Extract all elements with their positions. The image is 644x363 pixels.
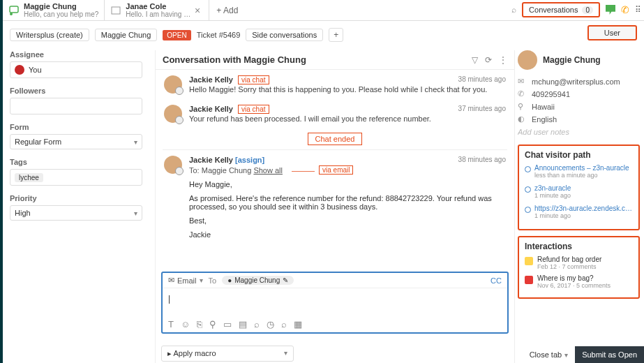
add-tab-button[interactable]: + Add — [209, 3, 245, 18]
conversations-button[interactable]: Conversations 0 — [522, 2, 600, 17]
more-icon[interactable]: ⋮ — [499, 55, 507, 65]
user-notes-input[interactable]: Add user notes — [518, 128, 640, 136]
copy-icon[interactable]: ▭ — [223, 319, 232, 329]
followers-field[interactable] — [10, 98, 142, 114]
message-time: 38 minutes ago — [458, 75, 506, 84]
tab-subtitle: Hello. I am having an is... — [126, 10, 192, 18]
apps-icon[interactable]: ⠿ — [635, 5, 640, 15]
ticket-properties-panel: Assignee You Followers Form Regular Form… — [10, 50, 142, 229]
followers-label: Followers — [10, 87, 142, 95]
priority-label: Priority — [10, 194, 142, 202]
user-phone: 409295941 — [532, 90, 570, 98]
conversation-title: Conversation with Maggie Chung — [163, 54, 306, 65]
visitor-path-title: Chat visitor path — [525, 150, 633, 160]
page-icon[interactable]: ▤ — [239, 319, 247, 329]
apply-macro-select[interactable]: ▸ Apply macro▾ — [161, 346, 294, 362]
message-time: 38 minutes ago — [458, 156, 506, 164]
chat-ended-badge: Chat ended — [308, 133, 363, 145]
interactions-title: Interactions — [525, 242, 633, 251]
email-to-line: To: Maggie Chung Show all ———via email — [189, 165, 506, 175]
cc-button[interactable]: CC — [491, 276, 502, 285]
svg-point-1 — [10, 13, 13, 15]
user-panel-button[interactable]: User — [587, 25, 637, 40]
composer-textarea[interactable]: | — [163, 288, 507, 316]
priority-select[interactable]: High▾ — [10, 205, 142, 221]
visitor-path-item[interactable]: https://z3n-auracle.zendesk.com/hc/ 1 mi… — [525, 205, 633, 219]
email-message: Jackie Kelly [assign] 38 minutes ago To:… — [156, 150, 514, 250]
assign-link[interactable]: [assign] — [235, 156, 264, 164]
emoji-icon[interactable]: ☺ — [181, 319, 190, 329]
chevron-down-icon: ▾ — [134, 209, 137, 217]
breadcrumb-org[interactable]: Writersplus (create) — [10, 29, 89, 41]
message-time: 37 minutes ago — [458, 105, 506, 113]
form-select[interactable]: Regular Form▾ — [10, 134, 142, 149]
conversations-count: 0 — [582, 6, 593, 14]
via-chat-badge: via chat — [238, 75, 269, 84]
text-format-icon[interactable]: T — [168, 319, 174, 329]
recipient-pill[interactable]: ● Maggie Chung ✎ — [222, 276, 294, 285]
tab-subtitle: Hello, can you help me? — [24, 10, 98, 18]
tab-1[interactable]: Maggie Chung Hello, can you help me? — [3, 0, 105, 20]
link-icon[interactable]: ⚲ — [209, 319, 216, 329]
filter-icon[interactable]: ▽ — [472, 55, 478, 65]
close-tab-button[interactable]: Close tab ▾ — [530, 350, 568, 359]
chat-icon[interactable] — [606, 5, 615, 15]
via-email-badge: via email — [319, 165, 353, 175]
tags-field[interactable]: lychee — [10, 169, 142, 186]
avatar — [15, 65, 24, 75]
interactions-box: Interactions Refund for bag orderFeb 12 … — [518, 236, 640, 299]
status-badge — [525, 276, 533, 284]
chat-bubble-icon — [8, 5, 20, 16]
email-icon: ✉ — [518, 77, 526, 86]
phone-icon: ✆ — [518, 89, 526, 98]
tab-title: Janae Cole — [126, 2, 192, 10]
svg-rect-0 — [10, 6, 18, 13]
via-chat-badge: via chat — [238, 105, 269, 114]
message-text: Your refund has been processed. I will e… — [189, 114, 506, 123]
to-label: To — [209, 276, 217, 285]
visitor-path-box: Chat visitor path Announcements – z3n-au… — [518, 145, 640, 230]
close-icon[interactable]: × — [192, 5, 203, 16]
breadcrumb: Writersplus (create) Maggie Chung OPEN T… — [10, 27, 644, 43]
attachment-icon[interactable]: ⎘ — [197, 319, 202, 329]
clock-icon[interactable]: ◷ — [267, 319, 274, 329]
conversations-label: Conversations — [529, 6, 578, 14]
zoom-icon[interactable]: ⌕ — [281, 319, 287, 329]
user-name: Maggie Chung — [543, 55, 601, 65]
phone-icon[interactable]: ✆ — [621, 4, 629, 15]
trash-icon[interactable]: ▦ — [294, 319, 302, 329]
interaction-item[interactable]: Where is my bag?Nov 6, 2017 · 5 comments — [525, 274, 633, 289]
side-conversations-button[interactable]: Side conversations — [246, 29, 323, 41]
user-email: mchung@writersplus.com — [532, 77, 620, 86]
avatar — [518, 50, 537, 70]
interaction-item[interactable]: Refund for bag orderFeb 12 · 7 comments — [525, 255, 633, 270]
assignee-label: Assignee — [10, 50, 142, 59]
chevron-down-icon: ▾ — [134, 138, 137, 146]
search-icon[interactable]: ⌕ — [254, 319, 260, 329]
user-language: English — [532, 115, 557, 124]
submit-button[interactable]: Submit as Open — [575, 346, 644, 363]
show-all-link[interactable]: Show all — [253, 166, 283, 175]
visitor-path-item[interactable]: Announcements – z3n-auracle less than a … — [525, 164, 633, 179]
email-body: Hey Maggie, As promised. Here's the refe… — [189, 180, 506, 239]
tag-pill: lychee — [15, 173, 43, 182]
user-location: Hawaii — [532, 103, 555, 111]
message-text: Hello Maggie! Sorry that this is happeni… — [189, 85, 506, 94]
avatar — [164, 75, 182, 94]
breadcrumb-ticket: Ticket #5469 — [197, 31, 241, 39]
channel-select[interactable]: ✉ Email ▾ — [168, 276, 203, 285]
composer-toolbar: T ☺ ⎘ ⚲ ▭ ▤ ⌕ ◷ ⌕ ▦ — [163, 316, 507, 332]
language-icon: ◐ — [518, 114, 526, 124]
form-label: Form — [10, 123, 142, 131]
search-icon[interactable]: ⌕ — [511, 5, 516, 15]
assignee-field[interactable]: You — [10, 61, 142, 78]
message-author: Jackie Kelly [assign] — [189, 156, 264, 164]
history-icon[interactable]: ⟳ — [485, 55, 492, 65]
add-side-conversation-button[interactable]: + — [329, 28, 343, 42]
breadcrumb-requester[interactable]: Maggie Chung — [95, 29, 158, 41]
message: Jackie Kelly via chat 37 minutes ago You… — [156, 99, 514, 128]
tab-2[interactable]: Janae Cole Hello. I am having an is... × — [105, 0, 209, 20]
visitor-path-item[interactable]: z3n-auracle 1 minute ago — [525, 184, 633, 199]
conversation-panel: Conversation with Maggie Chung ▽ ⟳ ⋮ Jac… — [155, 50, 515, 363]
status-badge — [525, 257, 533, 265]
